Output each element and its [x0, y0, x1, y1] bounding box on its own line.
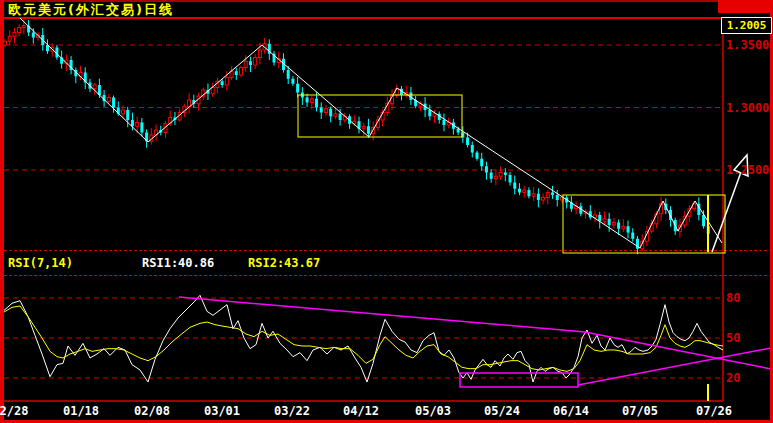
candle-down	[235, 71, 238, 75]
candle-down	[339, 114, 342, 120]
candle-down	[513, 183, 516, 189]
candle-down	[291, 79, 294, 84]
page-title: 欧元美元(外汇交易)日线	[8, 1, 174, 19]
x-axis-label: 03/01	[204, 404, 240, 418]
candle-down	[617, 223, 620, 229]
candle-up	[122, 110, 125, 114]
candle-up	[546, 193, 549, 198]
candle-up	[532, 194, 535, 197]
candle-up	[612, 223, 615, 226]
candle-down	[329, 109, 332, 117]
candle-down	[608, 219, 611, 225]
price-axis-label: 1.3000	[726, 101, 769, 115]
candle-up	[334, 114, 337, 117]
candle-down	[442, 120, 445, 125]
candle-down	[428, 110, 431, 116]
candle-down	[485, 166, 488, 172]
x-axis-label: 03/22	[274, 404, 310, 418]
arrow-shaft	[712, 172, 741, 252]
candle-down	[551, 193, 554, 196]
candle-down	[287, 70, 290, 79]
candle-up	[18, 28, 21, 33]
candle-up	[22, 26, 25, 28]
chart-canvas[interactable]	[0, 0, 773, 423]
candle-down	[249, 61, 252, 65]
candle-up	[433, 114, 436, 117]
candle-down	[537, 194, 540, 200]
candle-down	[504, 173, 507, 176]
candle-down	[296, 84, 299, 93]
candle-up	[258, 50, 261, 58]
chart-window: 欧元美元(外汇交易)日线 1.2005 1.35001.30001.2500 8…	[0, 0, 773, 423]
rsi-level-label: 50	[726, 331, 740, 345]
candle-down	[518, 189, 521, 193]
candle-up	[523, 190, 526, 193]
candle-up	[93, 85, 96, 89]
candle-down	[490, 173, 493, 179]
window-border-left	[0, 0, 4, 423]
highlight-box	[298, 95, 462, 137]
candle-up	[622, 226, 625, 229]
candles-layer	[4, 18, 710, 254]
candle-up	[494, 176, 497, 179]
candle-down	[140, 123, 143, 133]
candle-down	[509, 175, 512, 183]
x-axis-label: 02/08	[134, 404, 170, 418]
x-axis-label: 2/28	[0, 404, 28, 418]
x-axis-label: 01/18	[63, 404, 99, 418]
x-axis-label: 07/26	[696, 404, 732, 418]
window-corner-block	[718, 0, 773, 13]
candle-down	[112, 98, 115, 108]
candle-down	[367, 126, 370, 134]
rsi-bottom-box	[460, 373, 578, 387]
candle-down	[480, 159, 483, 167]
candle-down	[32, 33, 35, 38]
highlight-boxes-layer	[298, 95, 725, 253]
candle-down	[306, 98, 309, 103]
candle-up	[188, 100, 191, 106]
x-axis-label: 05/03	[415, 404, 451, 418]
rsi1-value-label: RSI1:40.86	[142, 256, 214, 270]
candle-down	[476, 153, 479, 159]
candle-down	[315, 99, 318, 108]
candle-up	[136, 123, 139, 127]
candle-down	[631, 233, 634, 239]
candle-up	[8, 36, 11, 41]
candle-up	[603, 219, 606, 222]
candle-up	[310, 99, 313, 103]
trendlines-layer	[20, 18, 722, 248]
price-axis-label: 1.2500	[726, 163, 769, 177]
frame-lines-layer	[0, 18, 770, 401]
rsi-level-label: 80	[726, 291, 740, 305]
candle-up	[244, 61, 247, 67]
candle-down	[126, 110, 129, 120]
candle-down	[556, 195, 559, 200]
candle-up	[254, 58, 257, 66]
candle-up	[240, 68, 243, 76]
candle-up	[542, 198, 545, 201]
x-axis-label: 04/12	[343, 404, 379, 418]
price-axis-label: 1.3500	[726, 38, 769, 52]
candle-down	[527, 190, 530, 196]
candle-up	[362, 126, 365, 129]
candle-up	[324, 109, 327, 113]
candle-up	[13, 33, 16, 37]
x-axis-label: 07/05	[622, 404, 658, 418]
candle-up	[107, 98, 110, 102]
candle-down	[627, 226, 630, 232]
candle-up	[499, 173, 502, 177]
rsi-level-label: 20	[726, 371, 740, 385]
trend-zigzag	[20, 18, 722, 248]
candle-down	[320, 108, 323, 113]
rsi-trendline	[578, 348, 771, 385]
rsi-annotations-layer	[179, 297, 771, 387]
price-tag: 1.2005	[721, 17, 772, 34]
x-axis-label: 06/14	[553, 404, 589, 418]
candle-down	[466, 138, 469, 146]
x-axis-label: 05/24	[484, 404, 520, 418]
candle-down	[471, 145, 474, 153]
rsi2-value-label: RSI2:43.67	[248, 256, 320, 270]
candle-up	[225, 78, 228, 86]
rsi-indicator-label[interactable]: RSI(7,14)	[8, 256, 73, 270]
candle-down	[221, 81, 224, 85]
